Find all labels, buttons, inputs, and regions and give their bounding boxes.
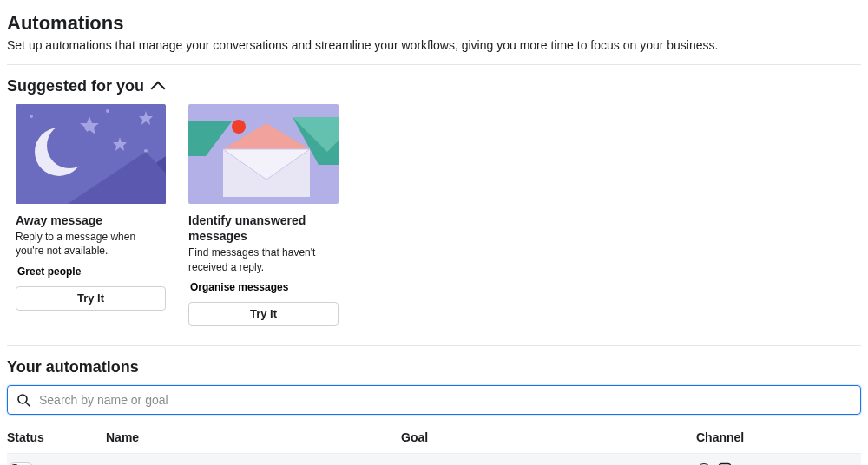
suggested-section-toggle[interactable]: Suggested for you [7,77,861,95]
try-it-button[interactable]: Try It [188,302,339,326]
svg-point-4 [30,115,33,118]
col-header-status: Status [7,430,106,444]
card-title: Identify unanswered messages [188,213,339,244]
chevron-up-icon [151,81,166,95]
card-description: Reply to a message when you're not avail… [16,230,166,258]
search-field-wrap[interactable] [7,385,861,415]
suggested-section-title: Suggested for you [7,77,144,95]
card-tag: Organise messages [190,281,339,293]
svg-point-19 [232,120,246,134]
card-description: Find messages that haven't received a re… [188,246,339,273]
table-row: Instant reply Greet people Edit [7,453,861,465]
col-header-name: Name [106,430,401,444]
divider [7,345,861,346]
col-header-goal: Goal [401,430,696,444]
suggestion-card-away-message: Away message Reply to a message when you… [16,104,166,326]
divider [7,64,861,65]
page-title: Automations [7,12,861,35]
search-icon [16,393,30,407]
suggested-cards: Away message Reply to a message when you… [16,104,861,326]
card-illustration-envelope [188,104,339,204]
svg-point-5 [106,109,109,113]
table-header: Status Name Goal Channel [7,430,861,453]
search-input[interactable] [37,392,852,408]
card-tag: Greet people [17,265,166,278]
suggestion-card-unanswered: Identify unanswered messages Find messag… [188,104,339,326]
svg-line-21 [26,403,30,406]
page-description: Set up automations that manage your conv… [7,38,861,52]
your-automations-title: Your automations [7,358,861,377]
card-illustration-night [16,104,166,204]
card-title: Away message [16,213,166,228]
svg-point-8 [47,123,92,168]
col-header-channel: Channel [696,430,800,444]
try-it-button[interactable]: Try It [16,286,166,311]
